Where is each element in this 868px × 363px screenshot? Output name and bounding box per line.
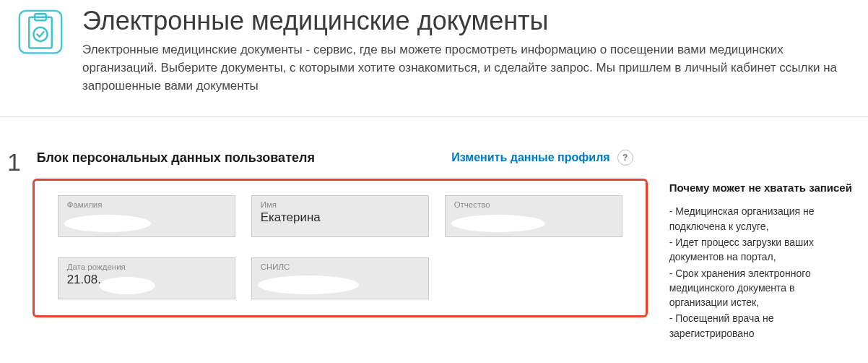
- dob-field[interactable]: Дата рождения 21.08.: [58, 257, 235, 299]
- list-item: - Посещений врача не зарегистрировано: [669, 311, 854, 341]
- help-icon[interactable]: ?: [617, 150, 633, 166]
- svg-point-3: [33, 27, 47, 41]
- field-label: Имя: [261, 200, 420, 209]
- page-header: Электронные медицинские документы Электр…: [0, 0, 868, 117]
- list-item: - Медицинская организация не подключена …: [669, 204, 854, 234]
- field-label: Дата рождения: [67, 262, 226, 271]
- page-description: Электронные медицинские документы - серв…: [82, 41, 848, 95]
- edit-profile-link[interactable]: Изменить данные профиля: [451, 151, 609, 164]
- field-value: Екатерина: [261, 210, 420, 225]
- snils-field[interactable]: СНИЛС: [251, 257, 429, 299]
- section-title: Блок персональных данных пользователя: [37, 150, 315, 166]
- personal-data-block: Фамилия Имя Екатерина Отчество Дата рожд…: [32, 179, 648, 317]
- field-label: СНИЛС: [261, 262, 420, 271]
- patronymic-field[interactable]: Отчество: [445, 195, 622, 237]
- page-title: Электронные медицинские документы: [82, 6, 854, 35]
- svg-rect-1: [29, 17, 52, 48]
- list-item: - Идет процесс загрузки ваших документов…: [669, 235, 854, 265]
- clipboard-check-icon: [14, 6, 66, 58]
- list-item: - Срок хранения электронного медицинског…: [669, 266, 854, 310]
- step-number: 1: [7, 150, 32, 174]
- sidebar-list: - Медицинская организация не подключена …: [669, 204, 854, 341]
- field-label: Фамилия: [67, 200, 226, 209]
- field-label: Отчество: [454, 200, 613, 209]
- sidebar-heading: Почему может не хватать записей: [669, 182, 854, 194]
- sidebar: Почему может не хватать записей - Медици…: [669, 150, 854, 342]
- surname-field[interactable]: Фамилия: [58, 195, 235, 237]
- name-field[interactable]: Имя Екатерина: [251, 195, 429, 237]
